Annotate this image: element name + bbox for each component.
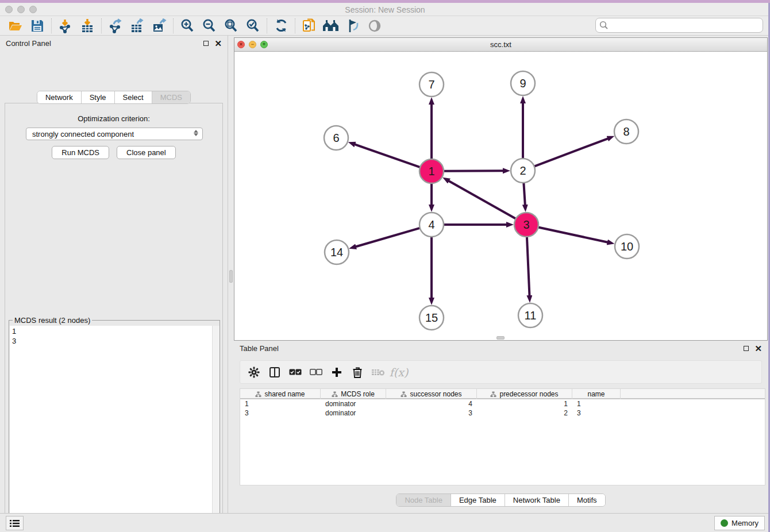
graph-node[interactable]: 15 xyxy=(419,306,444,330)
zoom-selected-button[interactable] xyxy=(242,17,264,34)
tab-motifs[interactable]: Motifs xyxy=(569,494,605,506)
show-hide-button[interactable] xyxy=(364,17,386,34)
close-panel-icon[interactable]: ✕ xyxy=(754,344,762,353)
splitter-grip[interactable] xyxy=(229,270,233,283)
graph-node[interactable]: 3 xyxy=(514,213,538,237)
graph-node-label: 3 xyxy=(523,218,529,231)
column-header-shared-name[interactable]: shared name xyxy=(240,389,321,399)
home-button[interactable] xyxy=(320,17,342,34)
memory-status-icon xyxy=(721,519,728,527)
column-header-predecessor-nodes[interactable]: predecessor nodes xyxy=(477,389,572,399)
mcds-result-area[interactable]: 1 3 xyxy=(10,326,220,532)
graph-node[interactable]: 4 xyxy=(419,213,444,237)
graph-node[interactable]: 14 xyxy=(325,240,349,264)
cell-successor-nodes: 3 xyxy=(386,409,477,417)
table-row[interactable]: 1 dominator 4 1 1 xyxy=(240,399,765,408)
save-icon xyxy=(30,19,44,33)
graph-node[interactable]: 8 xyxy=(614,119,638,144)
graph-node[interactable]: 11 xyxy=(518,303,542,327)
tab-edge-table[interactable]: Edge Table xyxy=(451,494,505,506)
graph-edge[interactable] xyxy=(355,144,420,167)
tab-mcds[interactable]: MCDS xyxy=(152,91,190,103)
close-panel-button[interactable]: Close panel xyxy=(117,146,176,159)
table-bottom-strip xyxy=(240,485,765,494)
graph-node[interactable]: 7 xyxy=(419,72,444,97)
column-header-mcds-role[interactable]: MCDS role xyxy=(321,389,386,399)
window-accent-strip xyxy=(0,0,770,3)
float-panel-icon[interactable] xyxy=(203,41,209,46)
add-column-button[interactable] xyxy=(329,364,345,381)
select-chevrons-icon xyxy=(194,130,198,136)
graph-edge[interactable] xyxy=(523,183,525,205)
memory-button[interactable]: Memory xyxy=(714,516,765,530)
houses-icon xyxy=(322,19,340,33)
visual-format-button[interactable] xyxy=(342,17,364,34)
graph-edge[interactable] xyxy=(356,228,420,247)
graph-node[interactable]: 1 xyxy=(419,159,444,183)
task-history-button[interactable] xyxy=(6,516,24,530)
delete-table-icon xyxy=(371,368,385,377)
tab-network[interactable]: Network xyxy=(37,91,82,103)
float-panel-icon[interactable] xyxy=(744,346,749,351)
refresh-button[interactable] xyxy=(270,17,292,34)
graph-edge[interactable] xyxy=(449,181,516,219)
show-columns-button[interactable] xyxy=(267,364,283,381)
graph-edge[interactable] xyxy=(534,138,609,167)
run-mcds-button[interactable]: Run MCDS xyxy=(52,146,109,159)
column-header-successor-nodes[interactable]: successor nodes xyxy=(386,389,477,399)
hierarchy-icon xyxy=(490,391,496,398)
tab-node-table[interactable]: Node Table xyxy=(396,494,451,506)
import-table-button[interactable] xyxy=(76,17,98,34)
graph-node-label: 7 xyxy=(428,78,434,91)
control-panel-title: Control Panel xyxy=(6,39,203,48)
open-session-button[interactable] xyxy=(5,17,26,34)
delete-column-button[interactable] xyxy=(349,364,365,381)
zoom-fit-button[interactable] xyxy=(220,17,242,34)
tab-select[interactable]: Select xyxy=(115,91,152,103)
graph-node[interactable]: 2 xyxy=(511,159,535,183)
export-table-icon xyxy=(130,18,145,33)
import-network-button[interactable] xyxy=(55,17,76,34)
graph-node[interactable]: 10 xyxy=(615,234,639,259)
search-input[interactable] xyxy=(595,18,763,33)
column-header-name[interactable]: name xyxy=(572,389,621,399)
graph-edge[interactable] xyxy=(444,171,503,171)
column-label: shared name xyxy=(264,390,305,398)
zoom-selected-icon xyxy=(245,18,260,33)
toolbar-separator xyxy=(267,18,267,33)
node-table[interactable]: shared name MCDS role successor nodes pr… xyxy=(240,388,765,485)
graph-node-label: 10 xyxy=(621,240,633,253)
cell-mcds-role: dominator xyxy=(321,409,386,417)
result-scrollbar[interactable] xyxy=(212,326,220,532)
table-row[interactable]: 3 dominator 3 2 3 xyxy=(240,408,765,418)
graph-edge[interactable] xyxy=(527,237,530,296)
graph-node-label: 8 xyxy=(623,125,629,138)
zoom-out-icon xyxy=(202,18,217,33)
tab-style[interactable]: Style xyxy=(82,91,115,103)
toolbar-separator xyxy=(173,18,174,33)
select-all-button[interactable] xyxy=(287,364,303,381)
close-panel-icon[interactable]: ✕ xyxy=(214,39,222,48)
graph-node[interactable]: 6 xyxy=(324,126,348,150)
export-table-button[interactable] xyxy=(126,17,148,34)
export-network-button[interactable] xyxy=(105,17,126,34)
table-settings-button[interactable] xyxy=(246,364,262,381)
panel-splitter[interactable] xyxy=(228,36,234,513)
main-toolbar xyxy=(0,16,770,36)
graph-node-label: 9 xyxy=(519,77,526,90)
tab-network-table[interactable]: Network Table xyxy=(505,494,569,506)
criterion-select[interactable]: strongly connected component xyxy=(26,128,203,140)
graph-edge[interactable] xyxy=(538,227,608,242)
network-window: × − + scc.txt 7968124314101511 xyxy=(234,37,768,341)
deselect-all-button[interactable] xyxy=(308,364,324,381)
network-canvas[interactable]: 7968124314101511 xyxy=(234,52,767,340)
save-session-button[interactable] xyxy=(26,17,48,34)
network-window-titlebar: × − + scc.txt xyxy=(234,38,767,52)
zoom-in-button[interactable] xyxy=(176,17,198,34)
network-resize-grip[interactable] xyxy=(496,336,505,340)
graph-node[interactable]: 9 xyxy=(511,71,535,95)
export-image-button[interactable] xyxy=(148,17,170,34)
zoom-out-button[interactable] xyxy=(198,17,220,34)
clone-network-button[interactable] xyxy=(298,17,320,34)
eye-icon xyxy=(367,19,383,33)
